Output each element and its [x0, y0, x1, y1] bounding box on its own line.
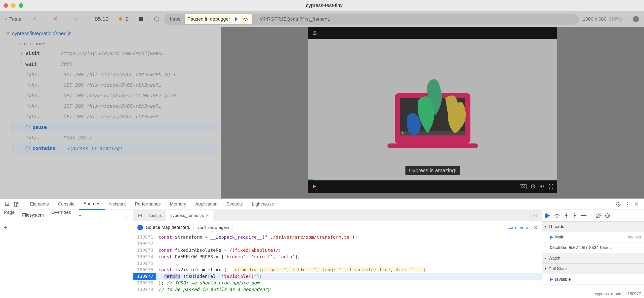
- toolbar-controls: [114, 11, 134, 27]
- command-row[interactable]: 2wait5000: [13, 59, 218, 69]
- nav-subtab-page[interactable]: Page: [4, 210, 15, 221]
- dismiss-banner-icon[interactable]: ✕: [534, 225, 538, 230]
- svg-point-1: [154, 17, 159, 21]
- command-row[interactable]: (xhr)GET 200 /hls-videos/8V6C-rXX3nweP…: [13, 101, 218, 111]
- aut-viewport[interactable]: Cypress is amazing! CC: [308, 27, 557, 193]
- command-row[interactable]: (xhr)POST 200 /: [13, 132, 218, 143]
- selector-playground-icon[interactable]: [153, 16, 160, 22]
- svg-point-29: [556, 216, 558, 218]
- pause-on-exceptions-button[interactable]: [605, 213, 610, 218]
- command-row[interactable]: (xhr)GET 200 /hls-videos/8V6C-rXX3nweP…: [13, 80, 218, 90]
- command-row[interactable]: (xhr)GET 200 /hls-videos/8V6C-rXX3nweP…: [13, 111, 218, 122]
- devtools-more-icon[interactable]: ⋮: [623, 201, 632, 207]
- nav-subtab-overrides[interactable]: Overrides: [51, 210, 71, 221]
- devtools-tab-network[interactable]: Network: [105, 199, 130, 210]
- step-out-button[interactable]: [573, 213, 577, 218]
- step-over-button[interactable]: [554, 213, 560, 218]
- callstack-section-header[interactable]: Call Stack: [542, 264, 644, 274]
- code-tab[interactable]: spec.js: [144, 210, 166, 221]
- url-display: https: Paused in debugger V4rRGPRJEQeqtn…: [164, 14, 579, 25]
- svg-rect-18: [16, 203, 19, 207]
- deactivate-breakpoints-button[interactable]: [595, 213, 601, 218]
- code-line[interactable]: 180979// to be passed in $utils as a dep…: [133, 286, 542, 293]
- debugger-resume-icon[interactable]: [232, 15, 240, 23]
- devtools-tab-lighthouse[interactable]: Lighthouse: [247, 199, 278, 210]
- close-window-icon[interactable]: [4, 3, 8, 8]
- volume-icon[interactable]: [540, 184, 545, 190]
- timer: 05.10: [90, 11, 114, 27]
- thread-item[interactable]: ▶Mainpaused: [542, 232, 644, 242]
- code-line[interactable]: 180977 return !isHidden(el, 'isVisible()…: [133, 273, 542, 280]
- run-snippet-icon[interactable]: [531, 210, 539, 221]
- more-subtabs-icon[interactable]: »: [78, 213, 81, 218]
- dont-show-again-button[interactable]: Don't show again: [193, 224, 232, 231]
- debugger-toolbar: [542, 210, 644, 221]
- close-tab-icon[interactable]: ✕: [206, 213, 209, 218]
- code-line[interactable]: 180972: [133, 240, 542, 247]
- code-line[interactable]: 180975: [133, 260, 542, 267]
- device-toolbar-icon[interactable]: [12, 202, 21, 207]
- command-row[interactable]: (xhr)GET 200 /hls-videos/8V6C-rXX3nwePk-…: [13, 69, 218, 80]
- add-folder-button[interactable]: +: [0, 221, 133, 234]
- code-line[interactable]: 180978}; // TODO: we should prob update …: [133, 280, 542, 286]
- stop-button[interactable]: [134, 11, 148, 27]
- test-body-header[interactable]: TEST BODY: [13, 40, 218, 48]
- devtools-tab-application[interactable]: Application: [191, 199, 222, 210]
- navigate-file-icon[interactable]: [136, 210, 144, 221]
- code-line[interactable]: 180974const OVERFLOW_PROPS = ['hidden', …: [133, 254, 542, 260]
- step-button[interactable]: [581, 213, 587, 218]
- command-row[interactable]: (xhr)GET 200 /transcriptions/izL2M6J8F2-…: [13, 90, 218, 101]
- navigator-more-icon[interactable]: ⋮: [125, 213, 129, 218]
- svg-point-35: [574, 213, 575, 214]
- resume-button[interactable]: [544, 213, 550, 218]
- minimize-window-icon[interactable]: [11, 3, 16, 8]
- svg-marker-37: [585, 214, 587, 217]
- watch-section-header[interactable]: Watch: [542, 253, 644, 264]
- code-lines[interactable]: 180971const $transform = __webpack_requi…: [133, 234, 542, 298]
- threads-section-header[interactable]: Threads: [542, 221, 644, 232]
- progress-bar[interactable]: [308, 179, 313, 180]
- devtools-close-icon[interactable]: ✕: [632, 201, 641, 208]
- svg-rect-41: [607, 215, 607, 217]
- viewport-dimensions: 1000 x 660 (48%): [583, 16, 627, 22]
- step-into-button[interactable]: [564, 213, 569, 218]
- code-line[interactable]: 180976const isVisible = el => { el = div…: [133, 267, 542, 273]
- code-tab[interactable]: cypress_runner.js✕: [166, 210, 213, 221]
- svg-marker-26: [139, 215, 141, 216]
- devtools-tab-sources[interactable]: Sources: [79, 199, 105, 210]
- maximize-window-icon[interactable]: [19, 3, 23, 8]
- nav-subtab-filesystem[interactable]: Filesystem: [22, 210, 44, 221]
- thread-item[interactable]: 08cdf8bc-8c57-45f7-8534-95ee…: [542, 242, 644, 253]
- resize-icon[interactable]: [125, 16, 129, 22]
- app-preview-panel: Cypress is amazing! CC: [221, 27, 644, 198]
- inspect-element-icon[interactable]: [3, 202, 12, 207]
- svg-line-39: [596, 214, 600, 218]
- svg-rect-0: [139, 17, 143, 21]
- cc-icon[interactable]: CC: [520, 184, 527, 189]
- devtools-tab-elements[interactable]: Elements: [25, 199, 53, 210]
- info-icon[interactable]: i: [633, 16, 639, 22]
- svg-rect-11: [387, 143, 478, 148]
- share-icon[interactable]: [312, 30, 318, 36]
- code-line[interactable]: 180973const fixedOrAbsoluteRe = /(fixed|…: [133, 247, 542, 254]
- fullscreen-icon[interactable]: [549, 184, 553, 189]
- devtools-tab-memory[interactable]: Memory: [165, 199, 191, 210]
- play-icon[interactable]: [312, 184, 317, 189]
- command-row[interactable]: containsCypress is amazing!: [13, 143, 218, 154]
- callstack-frame[interactable]: ▶isVisible: [542, 274, 644, 285]
- window-title: cypress-test-tiny: [23, 3, 625, 8]
- devtools-tab-performance[interactable]: Performance: [130, 199, 165, 210]
- spec-file-link[interactable]: 🗎 cypress/integration/spec.js: [0, 27, 221, 40]
- learn-more-link[interactable]: Learn more: [506, 225, 528, 230]
- command-row[interactable]: 1visithttps://play.vidyard.com/EmrX1jweW…: [13, 48, 218, 59]
- code-line[interactable]: 180971const $transform = __webpack_requi…: [133, 234, 542, 240]
- devtools-tab-console[interactable]: Console: [53, 199, 79, 210]
- back-to-tests-button[interactable]: ‹Tests: [0, 11, 27, 27]
- devtools-tab-security[interactable]: Security: [222, 199, 247, 210]
- debugger-step-icon[interactable]: [241, 15, 249, 23]
- settings-gear-icon[interactable]: [531, 184, 536, 190]
- failed-count: ✕--: [48, 11, 69, 27]
- devtools-settings-icon[interactable]: [614, 202, 623, 207]
- command-row[interactable]: pause: [13, 122, 218, 132]
- command-log-panel: 🗎 cypress/integration/spec.js TEST BODY …: [0, 27, 221, 198]
